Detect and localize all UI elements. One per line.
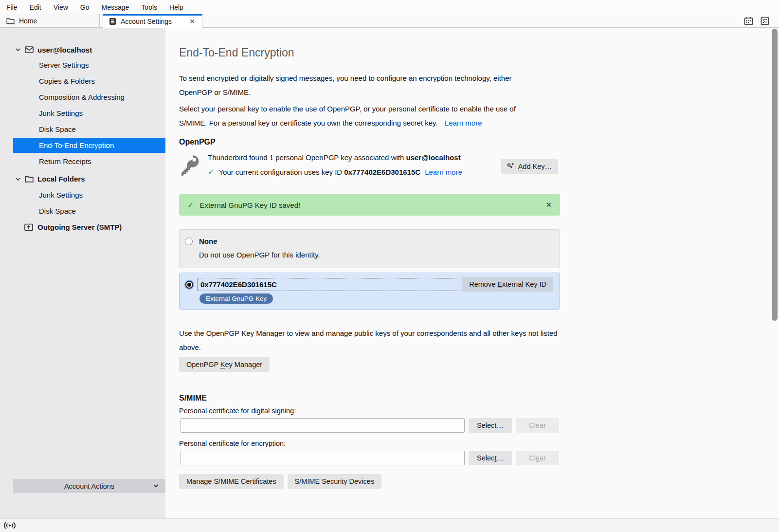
signing-clear-button[interactable]: Clear: [516, 418, 559, 433]
openpgp-external-key-option[interactable]: Remove External Key ID External GnuPG Ke…: [179, 273, 560, 310]
account-settings-sidebar: user@localhost Server Settings Copies & …: [0, 28, 165, 518]
menu-tools[interactable]: Tools: [141, 3, 157, 11]
sidebar-item-composition-addressing[interactable]: Composition & Addressing: [0, 89, 165, 105]
external-gnupg-key-badge: External GnuPG Key: [199, 294, 273, 304]
openpgp-key-manager-button[interactable]: OpenPGP Key Manager: [179, 357, 270, 372]
openpgp-config-line: ✓ Your current configuration uses key ID…: [208, 167, 462, 177]
chevron-down-icon[interactable]: [15, 47, 21, 53]
menu-view[interactable]: View: [54, 3, 68, 11]
security-devices-label: S/MIME Security Devices: [295, 477, 375, 485]
sidebar-item-label: Junk Settings: [39, 109, 83, 117]
check-icon: ✓: [208, 167, 214, 177]
sidebar-item-junk-settings[interactable]: Junk Settings: [0, 105, 165, 121]
sidebar-item-return-receipts[interactable]: Return Receipts: [0, 153, 165, 169]
folder-icon: [25, 175, 34, 183]
none-description: Do not use OpenPGP for this identity.: [199, 251, 560, 259]
sidebar-item-label: Return Receipts: [39, 157, 91, 165]
sidebar-item-end-to-end-encryption[interactable]: End-To-End Encryption: [13, 138, 165, 153]
tab-account-settings[interactable]: Account Settings ✕: [103, 14, 202, 28]
account-actions-label: Account Actions: [64, 482, 114, 490]
tab-home-label: Home: [19, 17, 37, 25]
chevron-down-icon[interactable]: [15, 176, 21, 182]
account-actions-button[interactable]: Account Actions: [13, 479, 165, 493]
add-key-button[interactable]: Add Key…: [501, 159, 558, 174]
sidebar-item-disk-space[interactable]: Disk Space: [0, 121, 165, 137]
sidebar-item-label: Disk Space: [39, 125, 76, 133]
openpgp-status-row: Thunderbird found 1 personal OpenPGP key…: [179, 153, 561, 177]
smime-heading: S/MIME: [179, 394, 207, 403]
signing-cert-row: Select… Clear: [181, 418, 559, 433]
sidebar-local-folders-label: Local Folders: [37, 175, 85, 183]
encryption-select-button[interactable]: Select…: [469, 451, 512, 465]
sidebar-item-label: Server Settings: [39, 61, 89, 69]
openpgp-key-manager-label: OpenPGP Key Manager: [186, 361, 262, 368]
sidebar-local-folders-header[interactable]: Local Folders: [0, 171, 165, 187]
tab-home[interactable]: Home: [0, 14, 100, 27]
sidebar-account-label: user@localhost: [37, 46, 92, 54]
none-radio[interactable]: [185, 238, 193, 245]
folder-icon: [6, 17, 15, 24]
remove-external-key-label: Remove External Key ID: [469, 280, 546, 288]
sidebar-item-label: Copies & Folders: [39, 77, 95, 85]
learn-more-link[interactable]: Learn more: [445, 119, 482, 127]
menu-go[interactable]: Go: [80, 3, 90, 11]
tasks-icon[interactable]: [761, 17, 769, 25]
sidebar-item-label: End-To-End Encryption: [39, 141, 114, 149]
envelope-icon: [25, 46, 34, 53]
sidebar-item-local-junk-settings[interactable]: Junk Settings: [0, 187, 165, 203]
online-status-icon[interactable]: [4, 522, 16, 529]
sidebar-item-label: Junk Settings: [39, 191, 83, 199]
key-learn-more-link[interactable]: Learn more: [425, 168, 462, 176]
sidebar-account-header[interactable]: user@localhost: [0, 42, 165, 57]
signing-clear-label: Clear: [529, 422, 546, 429]
notification-close-icon[interactable]: ✕: [545, 201, 552, 209]
key-manager-description: Use the OpenPGP Key Manager to view and …: [179, 326, 559, 354]
sidebar-item-server-settings[interactable]: Server Settings: [0, 57, 165, 73]
manage-smime-certificates-button[interactable]: Manage S/MIME Certificates: [179, 474, 284, 489]
tab-close-icon[interactable]: ✕: [189, 18, 195, 25]
intro-paragraph-1: To send encrypted or digitally signed me…: [179, 71, 538, 99]
signing-select-button[interactable]: Select…: [469, 418, 512, 433]
encryption-clear-button[interactable]: Clear: [516, 451, 559, 465]
encryption-select-label: Select…: [477, 454, 504, 462]
openpgp-found-line: Thunderbird found 1 personal OpenPGP key…: [208, 153, 462, 162]
sidebar-item-copies-folders[interactable]: Copies & Folders: [0, 73, 165, 89]
page-title: End-To-End Encryption: [179, 46, 294, 59]
sidebar-outgoing-label: Outgoing Server (SMTP): [37, 223, 122, 231]
openpgp-config-text: Your current configuration uses key ID 0…: [218, 168, 420, 176]
none-label: None: [199, 237, 217, 245]
menu-edit[interactable]: Edit: [30, 3, 41, 11]
sidebar-item-outgoing-server[interactable]: Outgoing Server (SMTP): [0, 219, 165, 235]
sidebar-item-label: Composition & Addressing: [39, 93, 125, 101]
tab-account-settings-label: Account Settings: [121, 18, 172, 25]
openpgp-found-account: user@localhost: [406, 153, 460, 162]
smime-button-row: Manage S/MIME Certificates S/MIME Securi…: [179, 474, 381, 489]
smime-security-devices-button[interactable]: S/MIME Security Devices: [288, 474, 382, 489]
menu-file[interactable]: File: [6, 3, 18, 11]
vertical-scrollbar[interactable]: [772, 29, 778, 321]
encryption-cert-input[interactable]: [181, 451, 465, 465]
calendar-icon[interactable]: [744, 17, 753, 25]
end-to-end-encryption-pane: End-To-End Encryption To send encrypted …: [165, 28, 779, 518]
remove-external-key-button[interactable]: Remove External Key ID: [462, 277, 553, 292]
openpgp-config-key: 0x777402E6D301615C: [344, 168, 420, 176]
menu-bar: File Edit View Go Message Tools Help: [0, 0, 779, 14]
menu-help[interactable]: Help: [169, 3, 183, 11]
notification-bar: ✓ External GnuPG Key ID saved! ✕: [179, 194, 560, 216]
thunderbird-window: File Edit View Go Message Tools Help Hom…: [0, 0, 779, 532]
encryption-cert-label: Personal certificate for encryption:: [179, 440, 286, 447]
external-key-id-input[interactable]: [197, 278, 458, 291]
outgoing-server-icon: [24, 223, 33, 231]
settings-document-icon: [109, 18, 116, 25]
openpgp-none-option[interactable]: None Do not use OpenPGP for this identit…: [179, 229, 560, 268]
encryption-cert-row: Select… Clear: [181, 451, 559, 465]
external-key-radio[interactable]: [185, 281, 193, 289]
encryption-clear-label: Clear: [529, 454, 546, 462]
sidebar-item-label: Disk Space: [39, 207, 76, 215]
signing-cert-label: Personal certificate for digital signing…: [179, 407, 296, 415]
sidebar-item-local-disk-space[interactable]: Disk Space: [0, 203, 165, 219]
openpgp-found-text: Thunderbird found 1 personal OpenPGP key…: [208, 153, 406, 162]
menu-message[interactable]: Message: [102, 3, 129, 11]
check-icon: ✓: [187, 201, 194, 210]
signing-cert-input[interactable]: [181, 418, 465, 433]
